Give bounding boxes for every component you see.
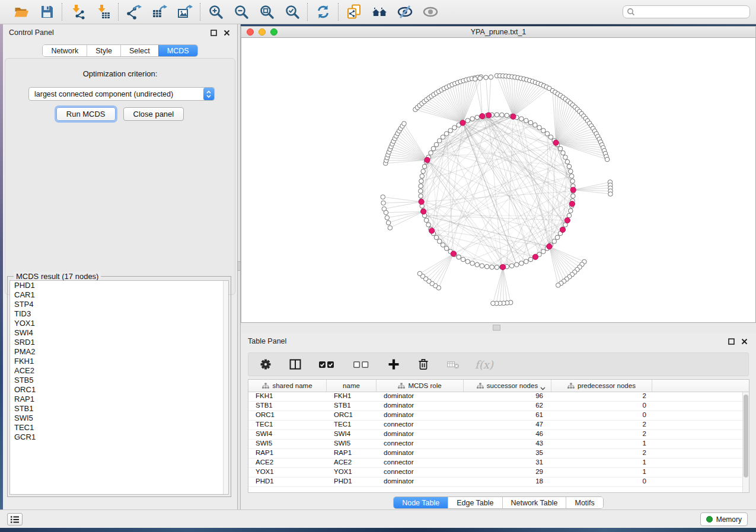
table-row[interactable]: PHD1PHD1dominator180 [248, 477, 742, 487]
table-row[interactable]: SWI5SWI5connector431 [248, 440, 742, 449]
tab-motifs[interactable]: Motifs [566, 497, 602, 508]
graph-node[interactable] [429, 150, 433, 155]
tab-node-table[interactable]: Node Table [394, 497, 448, 508]
mcds-result-item[interactable]: CAR1 [10, 290, 228, 300]
graph-node[interactable] [424, 218, 429, 223]
graph-node[interactable] [421, 169, 426, 174]
graph-node[interactable] [441, 243, 445, 248]
graph-node[interactable] [484, 264, 489, 269]
graph-mcds-node[interactable] [553, 140, 559, 145]
graph-node[interactable] [434, 235, 439, 240]
graph-node[interactable] [465, 118, 470, 123]
graph-node[interactable] [567, 213, 572, 218]
graph-mcds-node[interactable] [451, 251, 456, 257]
save-icon[interactable] [39, 4, 55, 20]
tab-edge-table[interactable]: Edge Table [448, 497, 502, 508]
show-panels-list-button[interactable] [7, 513, 23, 525]
graph-mcds-node[interactable] [564, 217, 570, 223]
mcds-result-item[interactable]: GCR1 [10, 432, 228, 442]
mcds-result-item[interactable]: SWI4 [10, 328, 228, 338]
export-network-icon[interactable] [126, 4, 142, 20]
import-table-icon[interactable] [95, 4, 111, 20]
criterion-dropdown[interactable]: largest connected component (undirected) [28, 87, 215, 101]
graph-node[interactable] [541, 129, 546, 133]
graph-mcds-node[interactable] [421, 209, 426, 214]
graph-node[interactable] [420, 174, 425, 179]
delete-column-icon[interactable] [416, 357, 431, 372]
network-window-titlebar[interactable]: YPA_prune.txt_1 [241, 26, 756, 38]
graph-node[interactable] [384, 210, 388, 215]
graph-node[interactable] [441, 135, 445, 140]
graph-node[interactable] [437, 239, 442, 244]
open-folder-icon[interactable] [13, 4, 29, 20]
graph-node[interactable] [419, 194, 423, 198]
graph-mcds-node[interactable] [419, 199, 424, 204]
graph-node[interactable] [381, 201, 386, 206]
graph-mcds-node[interactable] [560, 227, 565, 232]
graph-node[interactable] [541, 249, 546, 254]
zoom-selected-icon[interactable] [284, 4, 300, 20]
graph-node[interactable] [386, 220, 391, 225]
mcds-result-item[interactable]: RAP1 [10, 395, 228, 404]
graph-node[interactable] [470, 261, 475, 266]
mcds-result-item[interactable]: STP4 [10, 300, 228, 309]
table-scrollbar[interactable] [742, 392, 749, 492]
graph-mcds-node[interactable] [486, 113, 492, 118]
graph-mcds-node[interactable] [570, 187, 576, 193]
mcds-result-item[interactable]: PMA2 [10, 347, 228, 357]
float-panel-icon[interactable] [209, 28, 218, 37]
graph-node[interactable] [452, 126, 457, 130]
mcds-result-item[interactable]: FKH1 [10, 357, 228, 366]
graph-node[interactable] [444, 132, 449, 136]
graph-node[interactable] [478, 76, 483, 81]
graph-mcds-node[interactable] [480, 114, 485, 119]
mcds-result-item[interactable]: TID3 [10, 309, 228, 319]
zoom-fit-icon[interactable] [259, 4, 275, 20]
mcds-result-item[interactable]: ACE2 [10, 366, 228, 376]
close-panel-icon[interactable] [222, 28, 231, 37]
graph-node[interactable] [475, 115, 480, 120]
memory-button[interactable]: Memory [700, 512, 748, 526]
function-builder-icon[interactable]: f(x) [475, 358, 493, 371]
first-neighbors-icon[interactable] [371, 4, 387, 20]
graph-node[interactable] [524, 118, 529, 123]
refresh-icon[interactable] [315, 4, 331, 20]
deselect-all-icon[interactable] [352, 357, 372, 372]
add-column-icon[interactable] [386, 357, 401, 372]
column-header-MCDS-role[interactable]: MCDS role [377, 380, 464, 392]
graph-mcds-node[interactable] [532, 254, 538, 259]
graph-node[interactable] [385, 216, 390, 220]
zoom-out-icon[interactable] [233, 4, 249, 20]
graph-mcds-node[interactable] [569, 201, 575, 207]
graph-node[interactable] [465, 259, 470, 264]
tab-style[interactable]: Style [87, 45, 120, 56]
graph-node[interactable] [552, 239, 557, 244]
mcds-result-item[interactable]: STB1 [10, 404, 228, 414]
mcds-result-list[interactable]: PHD1CAR1STP4TID3YOX1SWI4SRD1PMA2FKH1ACE2… [9, 280, 229, 495]
graph-node[interactable] [495, 265, 499, 270]
column-header-name[interactable]: name [327, 380, 377, 392]
result-list-scrollbar[interactable] [223, 281, 228, 494]
table-row[interactable]: YOX1YOX1connector291 [248, 468, 742, 477]
graph-node[interactable] [484, 75, 489, 80]
graph-node[interactable] [570, 179, 575, 184]
graph-node[interactable] [419, 184, 423, 188]
graph-node[interactable] [500, 113, 505, 117]
close-panel-icon[interactable] [739, 336, 749, 346]
graph-node[interactable] [555, 235, 560, 240]
graph-node[interactable] [548, 135, 553, 140]
tab-network-table[interactable]: Network Table [502, 497, 566, 508]
graph-node[interactable] [519, 261, 524, 266]
splitter-grip[interactable] [493, 325, 500, 331]
graph-node[interactable] [491, 301, 496, 306]
table-row[interactable]: FKH1FKH1dominator962 [248, 392, 742, 402]
column-header-predecessor-nodes[interactable]: predecessor nodes [551, 380, 652, 392]
graph-node[interactable] [528, 257, 533, 262]
graph-node[interactable] [388, 226, 393, 230]
table-row[interactable]: SWI4SWI4dominator462 [248, 430, 742, 440]
graph-node[interactable] [563, 155, 568, 160]
hide-selected-icon[interactable] [397, 4, 413, 20]
graph-node[interactable] [605, 157, 610, 162]
graph-node[interactable] [567, 164, 572, 169]
graph-node[interactable] [509, 264, 514, 268]
